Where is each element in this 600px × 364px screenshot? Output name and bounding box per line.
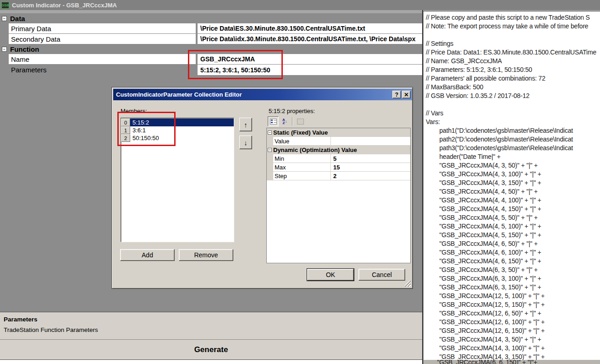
add-button[interactable]: Add <box>120 249 175 261</box>
script-line: "GSB_JRCccxJMA(12, 6, 100)" + "|" + <box>426 318 600 326</box>
property-value-input[interactable] <box>331 137 410 145</box>
property-value-input[interactable]: 5 <box>331 154 410 163</box>
script-line: "GSB_JRCccxJMA(6, 3, 100)" + "|" + <box>426 274 600 283</box>
script-clipped-line-band: "GSB_JRCccxJMA(6, 6, 150)" + "|"+ <box>423 360 600 364</box>
property-pages-button <box>295 116 306 126</box>
close-icon: ✕ <box>404 92 408 98</box>
script-line: // GSB Version: 1.0.35.2 / 2017-08-12 <box>426 92 600 100</box>
script-line: "GSB_JRCccxJMA(4, 5, 100)" + "|" + <box>426 222 600 231</box>
up-arrow-icon: ↑ <box>244 121 248 129</box>
row-label-secondary-data: Secondary Data <box>9 34 196 44</box>
row-value-primary-data[interactable]: \Price Data\ES.30.Minute.830.1500.Centra… <box>198 23 422 33</box>
collection-editor-dialog: CustomIndicatorParameter Collection Edit… <box>111 87 413 289</box>
property-label: Value <box>273 137 331 145</box>
window-title: Custom Indicator - GSB_JRCccxJMA <box>12 2 117 9</box>
row-gutter <box>267 163 273 171</box>
collapse-icon[interactable]: − <box>268 130 272 135</box>
script-line: "GSB_JRCccxJMA(4, 3, 150)" + "|" + <box>426 179 600 187</box>
dialog-title: CustomIndicatorParameter Collection Edit… <box>116 91 242 98</box>
script-line: "GSB_JRCccxJMA(12, 6, 150)" + "|" + <box>426 326 600 335</box>
script-line: "GSB_JRCccxJMA(6, 3, 50)" + "|" + <box>426 266 600 274</box>
categorized-view-button[interactable] <box>268 116 279 126</box>
script-line: "GSB_JRCccxJMA(4, 4, 150)" + "|" + <box>426 205 600 213</box>
script-line <box>426 31 600 39</box>
propertygrid-toolbar: AZ ↓ <box>268 116 306 127</box>
member-item-2[interactable]: 2 50:150:50 <box>121 134 234 142</box>
script-line: "GSB_JRCccxJMA(14, 3, 150)" + "|" + <box>426 353 600 360</box>
move-down-button[interactable]: ↓ <box>239 136 252 149</box>
section-header-data[interactable]: − Data <box>0 14 422 23</box>
toolbar-separator <box>292 117 293 125</box>
script-line: // Vars <box>426 109 600 118</box>
section-label: Function <box>10 45 39 53</box>
remove-button-label: Remove <box>194 251 218 259</box>
property-value-input[interactable]: 15 <box>331 163 410 171</box>
categorized-icon <box>270 119 277 125</box>
properties-label: 5:15:2 properties: <box>269 108 315 114</box>
script-line: "GSB_JRCccxJMA(4, 6, 100)" + "|" + <box>426 248 600 257</box>
members-label: Members: <box>121 108 147 114</box>
script-line <box>426 100 600 109</box>
script-line: "GSB_JRCccxJMA(4, 4, 50)" + "|" + <box>426 187 600 196</box>
row-label-parameters: Parameters <box>9 65 196 75</box>
script-line: // Parameters: 5:15:2, 3:6:1, 50:150:50 <box>426 65 600 74</box>
script-line: // Price Data: Data1: ES.30.Minute.830.1… <box>426 48 600 57</box>
collapse-icon[interactable]: − <box>2 16 7 21</box>
script-line-clipped: "GSB_JRCccxJMA(6, 6, 150)" + "|"+ <box>424 360 600 364</box>
gsb-app-icon: GSB <box>1 2 9 9</box>
row-value-parameters[interactable]: 5:15:2, 3:6:1, 50:150:50 <box>198 65 422 75</box>
remove-button[interactable]: Remove <box>179 249 233 261</box>
script-text-panel[interactable]: // Please copy and paste this script to … <box>423 11 600 360</box>
help-button[interactable]: ? <box>392 91 401 98</box>
member-index: 1 <box>121 126 130 134</box>
script-line: // Parameters' all possible combinations… <box>426 74 600 83</box>
script-line: path1("D:\codenotes\gsb\master\Release\I… <box>426 126 600 135</box>
footer-title: Parameters <box>4 316 38 323</box>
generate-button[interactable]: Generate <box>0 339 422 360</box>
az-sort-arrow-icon: ↓ <box>285 120 287 123</box>
dialog-titlebar: CustomIndicatorParameter Collection Edit… <box>113 89 412 100</box>
member-text: 5:15:2 <box>130 119 234 126</box>
property-row-value: Value <box>267 137 410 146</box>
member-item-0[interactable]: 0 5:15:2 <box>121 119 234 126</box>
collapse-icon[interactable]: − <box>268 148 272 152</box>
move-up-button[interactable]: ↑ <box>239 118 252 131</box>
script-line: "GSB_JRCccxJMA(4, 5, 150)" + "|" + <box>426 231 600 239</box>
member-item-1[interactable]: 1 3:6:1 <box>121 126 234 134</box>
category-label: Dynamic (Optimization) Value <box>273 146 357 154</box>
footer-panel: Parameters TradeStation Function Paramet… <box>0 312 422 360</box>
property-row-min: Min 5 <box>267 154 410 163</box>
category-static-value[interactable]: − Static (Fixed) Value <box>267 128 410 137</box>
script-line: // Name: GSB_JRCccxJMA <box>426 57 600 65</box>
script-line: "GSB_JRCccxJMA(4, 3, 100)" + "|" + <box>426 170 600 179</box>
row-label-primary-data: Primary Data <box>9 23 196 33</box>
row-value-secondary-data[interactable]: \Price Data\idx.30.Minute.830.1500.Centr… <box>198 34 422 44</box>
script-line: "GSB_JRCccxJMA(4, 4, 100)" + "|" + <box>426 196 600 205</box>
member-text: 50:150:50 <box>130 134 234 142</box>
ok-button[interactable]: OK <box>307 269 354 281</box>
member-index: 0 <box>121 119 130 126</box>
alphabetical-sort-button[interactable]: AZ ↓ <box>279 116 290 126</box>
down-arrow-icon: ↓ <box>244 139 248 147</box>
add-button-label: Add <box>142 251 153 259</box>
help-icon: ? <box>395 92 398 98</box>
script-line: // Please copy and paste this script to … <box>426 13 600 22</box>
collapse-icon[interactable]: − <box>2 47 7 52</box>
property-value-input[interactable]: 2 <box>331 172 410 180</box>
category-dynamic-value[interactable]: − Dynamic (Optimization) Value <box>267 146 410 154</box>
members-listbox[interactable]: 0 5:15:2 1 3:6:1 2 50:150:50 <box>121 118 234 242</box>
footer-description: TradeStation Function Parameters <box>4 326 98 333</box>
script-line: Vars: <box>426 118 600 126</box>
resize-grip[interactable] <box>405 281 411 287</box>
script-line: "GSB_JRCccxJMA(4, 6, 50)" + "|" + <box>426 239 600 248</box>
generate-button-label: Generate <box>194 345 228 354</box>
ok-button-label: OK <box>326 271 335 278</box>
row-value-name[interactable]: GSB_JRCccxJMA <box>198 54 422 64</box>
script-line: // Settings <box>426 39 600 48</box>
section-header-function[interactable]: − Function <box>0 44 422 54</box>
cancel-button[interactable]: Cancel <box>358 269 405 281</box>
script-line: "GSB_JRCccxJMA(14, 3, 50)" + "|" + <box>426 335 600 344</box>
script-line: header("Date Time|" + <box>426 152 600 161</box>
close-button[interactable]: ✕ <box>402 91 411 98</box>
category-label: Static (Fixed) Value <box>273 128 328 136</box>
